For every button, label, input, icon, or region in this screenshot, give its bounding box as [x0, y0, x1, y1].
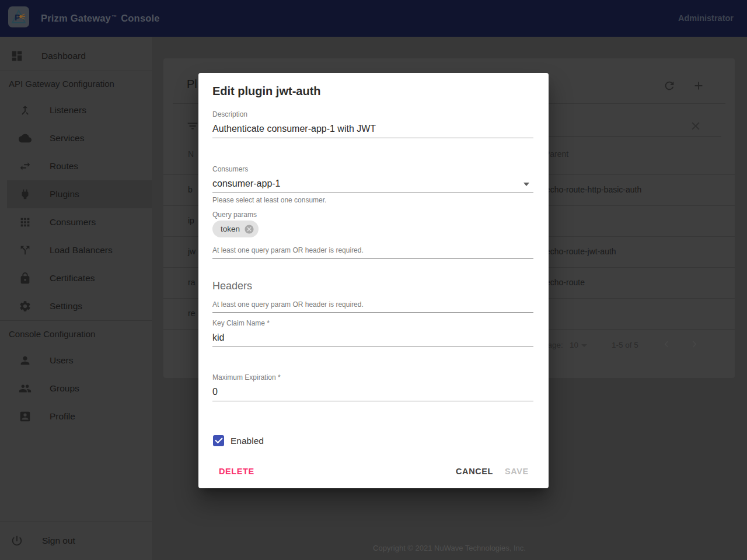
section-title-api-gateway: API Gateway Configuration	[9, 79, 114, 89]
plug-icon	[19, 188, 32, 201]
sidebar-item-users[interactable]: Users	[0, 346, 152, 374]
sidebar-item-plugins[interactable]: Plugins	[0, 180, 152, 208]
brand-name: Prizm Gateway	[41, 13, 111, 24]
consumers-select[interactable]: consumer-app-1	[212, 178, 281, 189]
sidebar-item-label: Routes	[50, 161, 78, 172]
cancel-button[interactable]: CANCEL	[456, 467, 493, 476]
sidebar-item-label: Listeners	[50, 105, 86, 116]
sidebar-item-label: Sign out	[42, 536, 75, 546]
sidebar-item-routes[interactable]: Routes	[0, 152, 152, 180]
screen: P Prizm Gateway™ Console Administrator D…	[0, 0, 747, 560]
refresh-icon[interactable]	[663, 79, 676, 92]
sidebar-item-label: Certificates	[50, 273, 95, 284]
section-title-console-config: Console Configuration	[9, 329, 95, 339]
divider	[0, 71, 152, 71]
per-page-select[interactable]: 10	[570, 341, 578, 349]
call-split-icon	[19, 244, 32, 257]
headers-section-title: Headers	[212, 280, 252, 292]
table-row-parent[interactable]: echo-route	[546, 278, 585, 287]
field-underline	[212, 346, 533, 346]
cloud-icon	[19, 132, 32, 145]
page-title: Pl	[187, 78, 197, 91]
table-row-name[interactable]: ip	[188, 216, 194, 225]
table-row-parent[interactable]: echo-route-http-basic-auth	[546, 185, 641, 194]
clear-filter-icon[interactable]	[689, 120, 702, 132]
query-param-chip[interactable]: token	[212, 220, 259, 237]
field-underline	[212, 312, 533, 313]
consumers-hint: Please select at least one consumer.	[212, 196, 326, 204]
field-underline	[212, 401, 533, 401]
product-name: Console	[121, 13, 160, 24]
table-row-name[interactable]: ra	[188, 278, 195, 287]
consumers-label: Consumers	[212, 165, 248, 173]
prizm-logo-icon: P	[8, 6, 29, 27]
table-row-name[interactable]: re	[188, 309, 195, 318]
table-row-parent[interactable]: echo-route-jwt-auth	[546, 247, 616, 256]
sidebar-item-label: Dashboard	[41, 51, 86, 61]
filter-icon[interactable]	[186, 120, 199, 132]
enabled-checkbox[interactable]	[213, 435, 224, 446]
sidebar-item-settings[interactable]: Settings	[0, 292, 152, 320]
page-previous-icon[interactable]	[660, 338, 673, 351]
key-claim-name-label: Key Claim Name *	[212, 319, 270, 327]
people-icon	[19, 382, 32, 395]
dashboard-icon	[11, 50, 23, 62]
delete-button[interactable]: DELETE	[219, 467, 254, 476]
gear-icon	[19, 300, 32, 313]
key-claim-name-input[interactable]: kid	[212, 332, 224, 343]
add-icon[interactable]	[692, 79, 705, 92]
description-label: Description	[212, 110, 247, 118]
merge-icon	[19, 104, 32, 117]
column-header-name: N	[188, 149, 194, 159]
sidebar-item-listeners[interactable]: Listeners	[0, 96, 152, 124]
table-row-name[interactable]: b	[188, 185, 193, 194]
description-input[interactable]: Authenticate consumer-app-1 with JWT	[212, 124, 376, 134]
power-icon	[11, 534, 23, 547]
app-header: P Prizm Gateway™ Console Administrator	[0, 0, 747, 37]
field-underline	[212, 192, 533, 193]
trademark: ™	[111, 14, 117, 20]
enabled-label: Enabled	[231, 436, 264, 446]
query-params-label: Query params	[212, 211, 257, 219]
chip-remove-icon[interactable]	[244, 224, 254, 235]
sidebar-item-label: Profile	[50, 411, 75, 422]
sidebar-item-profile[interactable]: Profile	[0, 402, 152, 430]
divider	[0, 320, 152, 321]
field-underline	[212, 258, 533, 259]
sidebar-item-consumers[interactable]: Consumers	[0, 208, 152, 236]
sidebar-item-label: Services	[50, 133, 84, 144]
headers-hint: At least one query param OR header is re…	[212, 300, 364, 309]
sidebar-item-load-balancers[interactable]: Load Balancers	[0, 236, 152, 264]
badge-icon	[19, 410, 32, 423]
page-next-icon[interactable]	[688, 338, 701, 351]
sidebar-item-label: Groups	[50, 383, 79, 394]
maximum-expiration-input[interactable]: 0	[212, 387, 218, 397]
sidebar-item-label: Plugins	[50, 189, 79, 200]
sidebar-item-label: Users	[50, 355, 73, 366]
divider	[0, 521, 152, 522]
sidebar-item-certificates[interactable]: Certificates	[0, 264, 152, 292]
sign-out-button[interactable]: Sign out	[0, 527, 152, 555]
save-button[interactable]: SAVE	[505, 467, 529, 476]
sidebar-nav: Dashboard API Gateway Configuration List…	[0, 37, 152, 560]
sidebar-item-label: Consumers	[50, 217, 96, 228]
per-page-caret-icon[interactable]	[581, 344, 587, 347]
maximum-expiration-label: Maximum Expiration *	[212, 373, 281, 382]
field-underline	[212, 138, 533, 138]
apps-grid-icon	[19, 216, 32, 229]
query-params-hint: At least one query param OR header is re…	[212, 246, 364, 254]
chevron-down-icon[interactable]	[523, 183, 529, 186]
dialog-title: Edit plugin jwt-auth	[212, 85, 321, 98]
person-icon	[19, 354, 32, 367]
user-menu[interactable]: Administrator	[678, 13, 734, 23]
sidebar-item-services[interactable]: Services	[0, 124, 152, 152]
sidebar-item-dashboard[interactable]: Dashboard	[0, 42, 152, 70]
sidebar-item-groups[interactable]: Groups	[0, 374, 152, 402]
app-title: Prizm Gateway™ Console	[41, 0, 160, 37]
edit-plugin-dialog: Edit plugin jwt-auth Description Authent…	[198, 73, 549, 488]
pagination-range: 1-5 of 5	[612, 341, 638, 349]
table-row-name[interactable]: jw	[188, 247, 196, 256]
sidebar-item-label: Load Balancers	[50, 245, 113, 256]
copyright-text: Copyright © 2021 NuWave Technologies, In…	[152, 544, 747, 552]
sidebar-item-label: Settings	[50, 301, 82, 312]
